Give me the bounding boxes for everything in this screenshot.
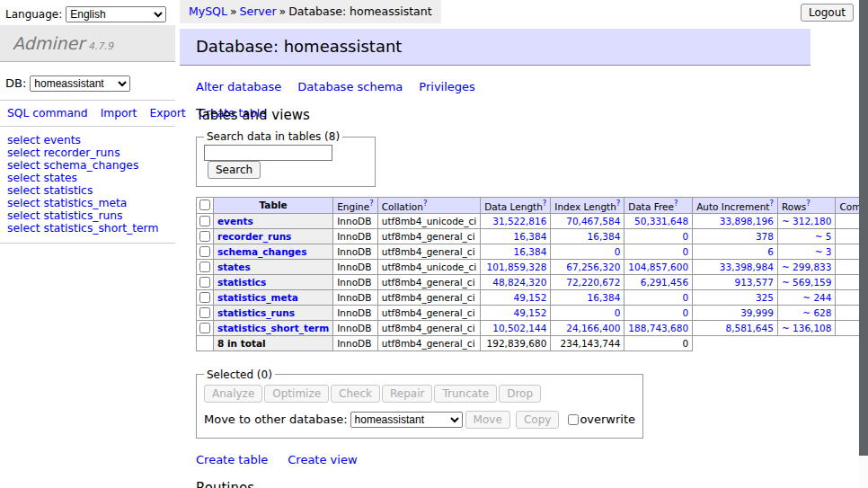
search-input[interactable] bbox=[204, 145, 332, 161]
data-free-cell: 0 bbox=[624, 244, 693, 259]
col-data-length: Data Length? bbox=[481, 198, 551, 214]
vertical-scrollbar[interactable] bbox=[859, 0, 868, 488]
create-table-link[interactable]: Create table bbox=[196, 453, 268, 466]
row-checkbox[interactable] bbox=[199, 323, 210, 333]
selected-buttons: AnalyzeOptimizeCheckRepairTruncateDrop bbox=[204, 385, 635, 403]
select-all-cell bbox=[197, 198, 214, 214]
rows-cell: ~ 312,180 bbox=[777, 213, 836, 228]
table-name-link[interactable]: schema_changes bbox=[217, 246, 307, 257]
overwrite-label: overwrite bbox=[580, 413, 635, 426]
select-link[interactable]: select bbox=[7, 222, 40, 235]
sql-command-link[interactable]: SQL command bbox=[7, 107, 88, 120]
drop-button: Drop bbox=[499, 385, 541, 403]
rows-cell: ~ 5 bbox=[777, 228, 836, 244]
data-free-cell: 104,857,600 bbox=[624, 259, 693, 274]
sidebar-item-statistics-runs: select statistics_runs bbox=[7, 209, 168, 222]
data-free-cell: 0 bbox=[624, 289, 693, 305]
move-label: Move to other database: bbox=[204, 413, 348, 426]
create-view-link[interactable]: Create view bbox=[288, 453, 357, 466]
breadcrumb-mysql-link[interactable]: MySQL bbox=[189, 4, 227, 18]
auto-increment-cell: 378 bbox=[693, 228, 778, 244]
data-length-cell: 31,522,816 bbox=[481, 213, 551, 228]
table-name-link[interactable]: statistics_short_term bbox=[217, 323, 329, 333]
table-name-link[interactable]: statistics_meta bbox=[217, 292, 298, 303]
select-link[interactable]: select bbox=[7, 134, 40, 146]
table-name-link[interactable]: events bbox=[217, 216, 253, 226]
table-name-link[interactable]: statistics bbox=[217, 277, 266, 288]
select-link[interactable]: select bbox=[7, 209, 40, 222]
row-checkbox[interactable] bbox=[199, 307, 210, 318]
table-link-recorder-runs[interactable]: recorder_runs bbox=[43, 146, 120, 159]
engine-cell: InnoDB bbox=[333, 305, 378, 320]
tables-and-views-heading: Tables and views bbox=[196, 107, 810, 123]
scrollbar-thumb[interactable] bbox=[859, 0, 868, 456]
language-row: Language:English bbox=[0, 0, 175, 25]
table-link-states[interactable]: states bbox=[43, 172, 77, 184]
table-row-statistics-short-term: statistics_short_term InnoDB utf8mb4_gen… bbox=[197, 320, 868, 335]
table-name-link[interactable]: states bbox=[217, 262, 251, 272]
select-link[interactable]: select bbox=[7, 146, 40, 159]
move-row: Move to other database:homeassistantMove… bbox=[204, 411, 635, 429]
overwrite-checkbox[interactable] bbox=[568, 414, 579, 425]
import-link[interactable]: Import bbox=[101, 107, 137, 120]
row-checkbox[interactable] bbox=[199, 216, 210, 226]
analyze-button: Analyze bbox=[204, 385, 262, 403]
database-schema-link[interactable]: Database schema bbox=[297, 80, 403, 93]
select-link[interactable]: select bbox=[7, 159, 40, 172]
engine-help-link[interactable]: ? bbox=[369, 199, 374, 208]
breadcrumb-server-link[interactable]: Server bbox=[240, 4, 277, 18]
index-length-help-link[interactable]: ? bbox=[616, 199, 621, 208]
data-free-help-link[interactable]: ? bbox=[674, 199, 678, 208]
auto-increment-cell: 8,581,645 bbox=[693, 320, 778, 335]
db-select[interactable]: homeassistant bbox=[30, 75, 130, 92]
data-length-cell: 101,859,328 bbox=[481, 259, 551, 274]
collation-help-link[interactable]: ? bbox=[423, 199, 428, 208]
search-button[interactable]: Search bbox=[208, 161, 261, 179]
move-button: Move bbox=[465, 411, 510, 429]
check-button: Check bbox=[331, 385, 380, 403]
data-free-total: 0 bbox=[624, 335, 693, 350]
copy-button: Copy bbox=[516, 411, 559, 429]
table-link-schema-changes[interactable]: schema_changes bbox=[43, 159, 138, 172]
row-checkbox[interactable] bbox=[199, 231, 210, 242]
row-checkbox[interactable] bbox=[199, 292, 210, 303]
logout-button[interactable]: Logout bbox=[801, 4, 854, 22]
row-checkbox[interactable] bbox=[199, 277, 210, 288]
table-row-schema-changes: schema_changes InnoDB utf8mb4_general_ci… bbox=[197, 244, 868, 259]
auto-increment-help-link[interactable]: ? bbox=[769, 199, 774, 208]
privileges-link[interactable]: Privileges bbox=[419, 80, 475, 93]
table-link-statistics-short-term[interactable]: statistics_short_term bbox=[43, 222, 158, 235]
row-checkbox[interactable] bbox=[199, 246, 210, 257]
index-length-cell: 16,384 bbox=[551, 228, 624, 244]
total-label: 8 in total bbox=[214, 335, 333, 350]
col-auto-increment: Auto Increment? bbox=[693, 198, 778, 214]
auto-increment-cell: 39,999 bbox=[693, 305, 778, 320]
search-fieldset: Search data in tables (8) Search bbox=[196, 130, 376, 187]
select-link[interactable]: select bbox=[7, 197, 40, 209]
rows-cell: ~ 569,159 bbox=[777, 274, 836, 289]
collation-cell: utf8mb4_general_ci bbox=[377, 228, 480, 244]
select-link[interactable]: select bbox=[7, 184, 40, 197]
table-name-link[interactable]: statistics_runs bbox=[217, 307, 295, 318]
move-database-select[interactable]: homeassistant bbox=[350, 412, 463, 428]
row-checkbox[interactable] bbox=[199, 262, 210, 272]
language-select[interactable]: English bbox=[66, 6, 166, 22]
table-link-statistics[interactable]: statistics bbox=[43, 184, 93, 197]
language-label: Language: bbox=[5, 8, 62, 21]
sidebar-item-schema-changes: select schema_changes bbox=[7, 159, 168, 172]
rows-help-link[interactable]: ? bbox=[806, 199, 810, 208]
select-all-checkbox[interactable] bbox=[199, 200, 210, 210]
brand-version: 4.7.9 bbox=[88, 40, 113, 52]
data-length-cell: 16,384 bbox=[481, 244, 551, 259]
table-name-link[interactable]: recorder_runs bbox=[217, 231, 291, 242]
data-length-cell: 48,824,320 bbox=[481, 274, 551, 289]
table-link-statistics-runs[interactable]: statistics_runs bbox=[43, 209, 122, 222]
data-length-help-link[interactable]: ? bbox=[543, 199, 547, 208]
table-link-statistics-meta[interactable]: statistics_meta bbox=[43, 197, 127, 209]
brand-header: Adminer4.7.9 bbox=[0, 25, 175, 62]
select-link[interactable]: select bbox=[7, 172, 40, 184]
sidebar-item-statistics-short-term: select statistics_short_term bbox=[7, 222, 168, 235]
alter-database-link[interactable]: Alter database bbox=[196, 80, 281, 93]
header-row: Table Engine? Collation? Data Length? In… bbox=[197, 198, 868, 214]
table-link-events[interactable]: events bbox=[43, 134, 80, 146]
